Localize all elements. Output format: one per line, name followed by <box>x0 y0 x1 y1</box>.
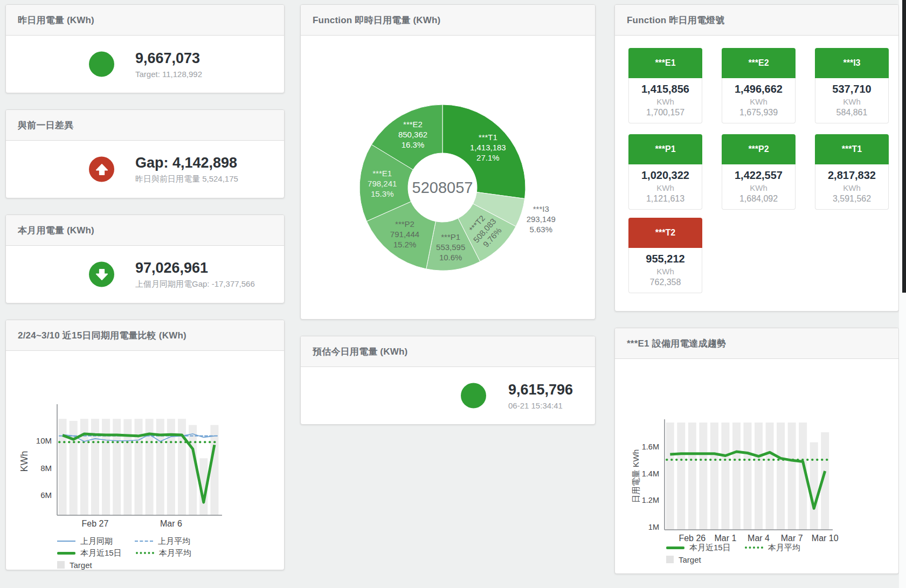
legend-swatch-dots-icon <box>745 547 763 549</box>
legend-label: 本月平均 <box>159 548 191 558</box>
panel-e1-trend-chart: ***E1 設備用電達成趨勢 1M1.2M1.4M1.6MFeb 26Mar 1… <box>614 328 899 574</box>
panel-title-month-usage[interactable]: 本月用電量 (KWh) <box>18 224 94 237</box>
legend-item-Target[interactable]: Target <box>57 561 121 570</box>
light-tile-body: 1,415,856KWh1,700,157 <box>628 78 702 123</box>
legend-swatch-thick-icon <box>666 547 684 549</box>
panel-title-compare-chart[interactable]: 2/24~3/10 近15日同期用電量比較 (KWh) <box>18 329 186 342</box>
today-estimate-text: 9,615,796 06-21 15:34:41 <box>508 382 573 410</box>
light-tile-header: ***E1 <box>628 48 702 78</box>
light-tile-body: 537,710KWh584,861 <box>815 78 889 123</box>
legend-swatch-dots-icon <box>136 552 154 554</box>
today-estimate-body: 9,615,796 06-21 15:34:41 <box>301 367 595 424</box>
target-bar <box>766 423 774 530</box>
arrow-down-icon <box>95 267 109 281</box>
light-tile-unit: KWh <box>722 183 795 192</box>
y-axis-title: 日用電量 KWh <box>631 449 640 503</box>
target-bar <box>102 419 110 515</box>
month-usage-value: 97,026,961 <box>135 260 255 276</box>
legend-item-本月平均[interactable]: 本月平均 <box>136 548 199 558</box>
y-tick-label: 1M <box>648 523 659 531</box>
target-bar <box>113 419 121 515</box>
panel-month-usage: 本月用電量 (KWh) 97,026,961 上個月同期用電Gap: -17,3… <box>5 215 285 303</box>
panel-title-function-lights[interactable]: Function 昨日用電燈號 <box>627 14 724 26</box>
light-tile-target: 3,591,562 <box>815 194 888 204</box>
light-tile-target: 1,121,613 <box>629 194 702 204</box>
panel-title-function-realtime[interactable]: Function 即時日用電量 (KWh) <box>313 14 440 26</box>
light-tile-header: ***T2 <box>628 218 702 248</box>
legend-label: Target <box>70 561 92 570</box>
target-bar <box>677 423 685 530</box>
panel-today-estimate: 預估今日用電量 (KWh) 9,615,796 06-21 15:34:41 <box>300 336 596 425</box>
panel-gap-prev-day: 與前一日差異 Gap: 4,142,898 昨日與前日用電量 5,524,175 <box>5 109 285 198</box>
light-tile-value: 1,020,322 <box>629 169 702 182</box>
today-estimate-timestamp: 06-21 15:34:41 <box>508 401 573 410</box>
gap-prev-day-body: Gap: 4,142,898 昨日與前日用電量 5,524,175 <box>6 141 284 198</box>
light-tile-value: 1,496,662 <box>722 83 795 95</box>
legend-swatch-sq-icon <box>57 561 65 569</box>
target-bar <box>189 425 197 515</box>
target-bar <box>755 423 763 530</box>
legend-item-本月近15日[interactable]: 本月近15日 <box>57 548 122 558</box>
donut-chart-area[interactable]: ***T11,413,18327.1%***I3293,1495.63%***T… <box>301 36 595 320</box>
month-usage-body: 97,026,961 上個月同期用電Gap: -17,377,566 <box>6 246 284 303</box>
panel-title-yesterday-usage[interactable]: 昨日用電量 (KWh) <box>18 14 94 26</box>
legend-label: Target <box>679 555 701 564</box>
panel-header: Function 即時日用電量 (KWh) <box>301 5 595 36</box>
panel-function-lights: Function 昨日用電燈號 ***E11,415,856KWh1,700,1… <box>614 4 899 312</box>
arrow-down-circle-icon <box>89 262 114 287</box>
panel-header: 本月用電量 (KWh) <box>6 215 284 246</box>
panel-header: 預估今日用電量 (KWh) <box>301 336 595 367</box>
light-tile-body: 1,422,557KWh1,684,092 <box>722 164 796 210</box>
legend-item-上月平均[interactable]: 上月平均 <box>135 536 198 547</box>
light-tile-E2: ***E21,496,662KWh1,675,939 <box>722 48 796 123</box>
target-bar <box>788 423 796 530</box>
donut-chart-svg: ***T11,413,18327.1%***I3293,1495.63%***T… <box>301 36 596 320</box>
donut-center-total: 5208057 <box>412 179 473 196</box>
legend-label: 上月同期 <box>80 536 113 547</box>
lights-tiles-area: ***E11,415,856KWh1,700,157***E21,496,662… <box>615 36 898 312</box>
target-bar <box>810 442 818 530</box>
panel-title-gap-prev-day[interactable]: 與前一日差異 <box>18 119 73 132</box>
light-tile-T2: ***T2955,212KWh762,358 <box>628 218 702 293</box>
target-bar <box>777 423 785 530</box>
legend-row: Target <box>57 559 213 570</box>
legend-swatch-dash-icon <box>135 541 153 542</box>
panel-title-e1-trend[interactable]: ***E1 設備用電達成趨勢 <box>627 337 726 350</box>
light-tile-I3: ***I3537,710KWh584,861 <box>815 48 889 123</box>
light-tile-header: ***P1 <box>628 134 702 164</box>
light-tile-header: ***E2 <box>722 48 796 78</box>
panel-function-realtime-donut: Function 即時日用電量 (KWh) ***T11,413,18327.1… <box>300 4 596 320</box>
light-tile-unit: KWh <box>629 97 702 106</box>
legend-row: 本月近15日本月平均 <box>57 547 213 559</box>
light-tile-target: 1,700,157 <box>629 108 702 117</box>
legend-item-上月同期[interactable]: 上月同期 <box>57 536 121 547</box>
legend-item-本月平均[interactable]: 本月平均 <box>745 543 808 553</box>
panel-title-today-estimate[interactable]: 預估今日用電量 (KWh) <box>313 345 407 358</box>
today-estimate-value: 9,615,796 <box>508 382 573 398</box>
light-tile-unit: KWh <box>722 97 795 106</box>
legend-label: 本月平均 <box>768 543 800 553</box>
gap-prev-day-text: Gap: 4,142,898 昨日與前日用電量 5,524,175 <box>135 155 238 184</box>
light-tile-value: 2,817,832 <box>815 169 888 182</box>
light-tile-P2: ***P21,422,557KWh1,684,092 <box>722 134 796 210</box>
arrow-up-icon <box>95 162 109 176</box>
legend-swatch-line-icon <box>57 541 75 542</box>
legend-item-Target[interactable]: Target <box>666 555 730 564</box>
target-bar <box>721 423 729 530</box>
light-tile-header: ***I3 <box>815 48 889 78</box>
panel-header: 2/24~3/10 近15日同期用電量比較 (KWh) <box>6 320 284 351</box>
legend-item-本月近15日[interactable]: 本月近15日 <box>666 543 731 553</box>
light-tile-unit: KWh <box>815 97 888 106</box>
panel-header: Function 昨日用電燈號 <box>615 5 898 36</box>
light-tile-value: 1,422,557 <box>722 169 795 182</box>
legend-label: 本月近15日 <box>689 543 731 553</box>
status-circle-green-icon <box>461 383 486 409</box>
light-tile-target: 584,861 <box>815 108 888 117</box>
window-edge-scrollbar-strip[interactable] <box>902 0 906 293</box>
legend-row: Target <box>666 554 822 565</box>
donut-slice-label: ***I3293,1495.63% <box>527 204 556 234</box>
light-tile-unit: KWh <box>629 183 702 192</box>
light-tile-target: 762,358 <box>629 278 702 287</box>
yesterday-usage-text: 9,667,073 Target: 11,128,992 <box>135 50 202 79</box>
legend-label: 本月近15日 <box>80 548 122 558</box>
